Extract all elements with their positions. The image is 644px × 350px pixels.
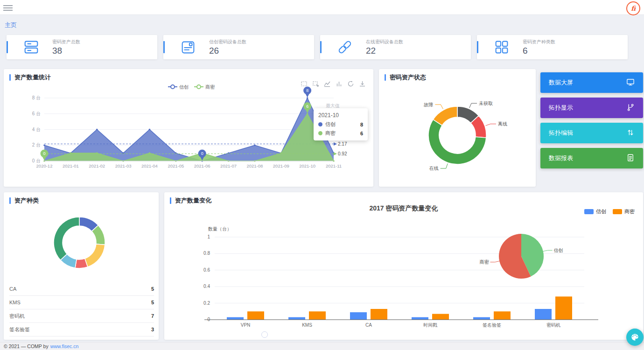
bar xyxy=(555,296,572,320)
panel-title: 密码资产状态 xyxy=(379,69,536,83)
bar xyxy=(412,317,428,320)
panel-asset-types: 资产种类 CA5KMS5密码机7签名验签3时间戳4 xyxy=(4,192,159,340)
svg-text:2021-09: 2021-09 xyxy=(273,163,289,168)
palette-icon xyxy=(630,333,639,342)
stat-value: 26 xyxy=(209,46,246,56)
svg-text:0: 0 xyxy=(43,151,45,156)
report-file-icon xyxy=(626,154,635,163)
stat-label: 密码资产种类数 xyxy=(523,39,555,45)
bar xyxy=(535,309,552,320)
svg-text:2021-05: 2021-05 xyxy=(168,163,184,168)
big-screen-button[interactable]: 数据大屏 xyxy=(540,72,643,93)
chart-toolbox xyxy=(301,80,366,87)
footer-link[interactable]: www.fisec.cn xyxy=(50,343,79,349)
data-report-button[interactable]: 数据报表 xyxy=(540,148,643,168)
svg-text:2021-11: 2021-11 xyxy=(326,163,342,168)
svg-text:1: 1 xyxy=(207,234,210,239)
asset-type-label: 时间戳 xyxy=(9,340,25,340)
markpoint-pin: 8 xyxy=(303,87,311,98)
svg-text:2021-08: 2021-08 xyxy=(246,163,263,168)
stat-card-xc-devices: 信创密码设备总数 26 xyxy=(163,35,314,59)
svg-text:2020-12: 2020-12 xyxy=(36,163,53,168)
legend-item[interactable]: 信创 xyxy=(168,84,189,90)
svg-text:数量（台）: 数量（台） xyxy=(208,226,231,231)
svg-text:2021-07: 2021-07 xyxy=(220,163,237,168)
stat-value: 38 xyxy=(52,46,80,56)
panel-asset-trend: 资产数量统计 0 台2 台4 台6 台8 台2.170.922020-12202… xyxy=(4,69,373,187)
footer: © 2021 — COMP by www.fisec.cn xyxy=(0,342,644,350)
bar-chart-icon[interactable] xyxy=(336,80,343,87)
server-stack-icon xyxy=(22,38,40,56)
theme-palette-button[interactable] xyxy=(626,329,644,346)
accent-bar xyxy=(477,41,478,53)
topology-view-button[interactable]: 拓扑显示 xyxy=(540,98,643,118)
bar xyxy=(309,311,326,320)
panel-asset-status: 密码资产状态 未获取离线在线故障 xyxy=(379,69,536,187)
bar xyxy=(247,311,264,320)
monitor-icon xyxy=(626,78,635,88)
asset-type-label: 签名验签 xyxy=(9,326,30,333)
zoom-reset-icon[interactable] xyxy=(312,80,319,87)
svg-text:8: 8 xyxy=(306,88,308,93)
svg-text:0.4: 0.4 xyxy=(203,284,210,289)
svg-text:商密: 商密 xyxy=(205,84,215,90)
svg-text:0: 0 xyxy=(201,151,203,156)
svg-text:2021-02: 2021-02 xyxy=(89,163,105,168)
asset-type-row: 签名验签3 xyxy=(9,323,154,336)
chart-tooltip: 2021-10 信创 8 商密 6 xyxy=(314,108,368,140)
brand-logo: fi xyxy=(626,1,640,15)
stat-card-total-assets: 密码资产总数 38 xyxy=(7,35,157,59)
svg-text:0.2: 0.2 xyxy=(203,301,210,306)
breadcrumb[interactable]: 主页 xyxy=(5,21,17,29)
panel-asset-change: 00.20.40.60.81数量（台）VPNKMSCA时间戳签名验签密码机信创商… xyxy=(164,192,643,340)
asset-type-label: CA xyxy=(9,286,16,292)
swap-arrows-icon xyxy=(626,128,635,138)
download-icon[interactable] xyxy=(359,80,366,87)
svg-text:0 台: 0 台 xyxy=(32,158,41,163)
svg-text:离线: 离线 xyxy=(498,121,507,126)
chart-title: 2017 密码资产数量变化 xyxy=(164,204,643,213)
accent-bar xyxy=(170,197,171,204)
branch-icon xyxy=(626,103,635,113)
panel-title: 资产数量变化 xyxy=(164,192,217,206)
topology-edit-button[interactable]: 拓扑编辑 xyxy=(540,123,643,143)
accent-bar xyxy=(7,41,8,53)
svg-text:VPN: VPN xyxy=(241,322,251,328)
bar xyxy=(432,314,449,320)
series-color-dot xyxy=(318,122,322,126)
bar xyxy=(371,309,387,320)
marquee-zoom-icon[interactable] xyxy=(301,80,308,87)
svg-text:时间戳: 时间戳 xyxy=(423,322,437,328)
restore-icon[interactable] xyxy=(347,80,354,87)
legend-swatch xyxy=(584,209,594,214)
menu-toggle-icon[interactable] xyxy=(3,4,13,11)
asset-type-row: CA5 xyxy=(9,282,154,296)
svg-text:在线: 在线 xyxy=(429,166,439,171)
series-color-dot xyxy=(318,131,322,135)
asset-type-row: 密码机7 xyxy=(9,309,154,323)
donut-slice xyxy=(85,244,105,267)
svg-text:签名验签: 签名验签 xyxy=(483,322,501,328)
logo-text: fi xyxy=(631,5,636,12)
svg-text:4 台: 4 台 xyxy=(32,127,41,132)
asset-type-label: 密码机 xyxy=(9,313,25,320)
line-chart-icon[interactable] xyxy=(324,80,331,87)
grid-icon xyxy=(493,38,511,56)
asset-type-value: 5 xyxy=(151,286,154,292)
tooltip-row: 商密 6 xyxy=(318,130,363,137)
svg-text:2.17: 2.17 xyxy=(338,141,347,147)
stat-value: 22 xyxy=(366,46,403,56)
svg-text:0.6: 0.6 xyxy=(203,267,210,273)
legend-item[interactable]: 信创 xyxy=(584,208,606,215)
asset-change-bar-chart: 00.20.40.60.81数量（台）VPNKMSCA时间戳签名验签密码机信创商… xyxy=(164,192,643,340)
chart-legend: 信创 商密 xyxy=(584,208,635,215)
panel-title: 资产种类 xyxy=(4,192,159,206)
accent-bar xyxy=(9,197,11,204)
asset-status-donut-chart: 未获取离线在线故障 xyxy=(379,82,536,187)
svg-text:6: 6 xyxy=(306,104,308,109)
legend-item[interactable]: 商密 xyxy=(613,208,635,215)
legend-item[interactable]: 商密 xyxy=(194,84,215,90)
stat-card-asset-kinds: 密码资产种类数 6 xyxy=(477,35,628,59)
svg-text:故障: 故障 xyxy=(423,102,433,107)
asset-type-list: CA5KMS5密码机7签名验签3时间戳4 xyxy=(9,282,154,340)
